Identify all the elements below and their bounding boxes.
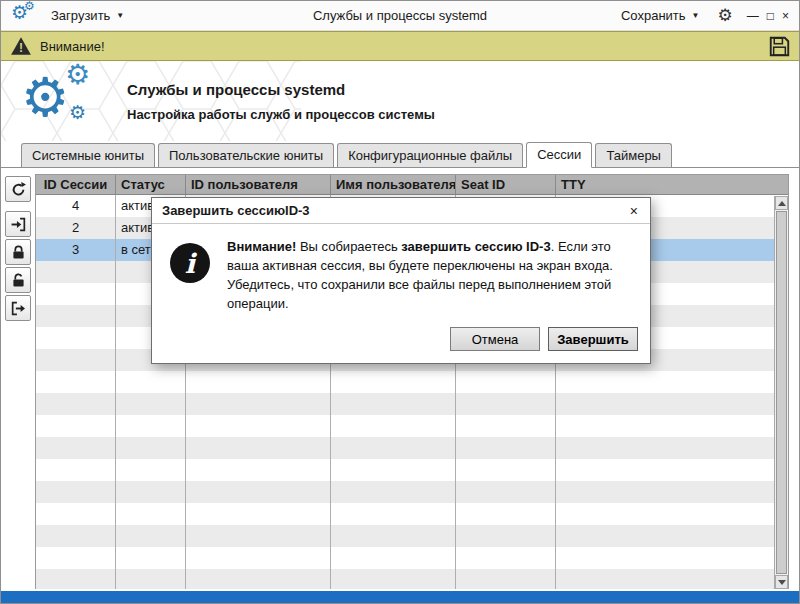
table-cell-tty bbox=[556, 415, 788, 437]
progress-bar bbox=[1, 589, 799, 603]
table-cell-seat_id bbox=[456, 481, 556, 503]
table-cell-tty bbox=[556, 525, 788, 547]
table-cell-status bbox=[116, 437, 186, 459]
dialog-titlebar: Завершить сессию ID-3 × bbox=[152, 198, 650, 224]
column-header-seat-id[interactable]: Seat ID bbox=[456, 175, 556, 194]
tab-config-files[interactable]: Конфигурационные файлы bbox=[337, 143, 523, 167]
scroll-up-button[interactable] bbox=[775, 196, 788, 210]
login-session-button[interactable] bbox=[5, 211, 31, 237]
table-cell-session_id bbox=[36, 393, 116, 415]
table-cell-user_id bbox=[186, 525, 331, 547]
table-cell-status bbox=[116, 415, 186, 437]
settings-gear-icon[interactable]: ⚙ bbox=[717, 7, 732, 24]
table-cell-seat_id bbox=[456, 525, 556, 547]
table-cell-user_name bbox=[331, 547, 456, 569]
table-cell-user_name bbox=[331, 459, 456, 481]
tab-timers[interactable]: Таймеры bbox=[595, 143, 672, 167]
close-button[interactable]: × bbox=[782, 10, 789, 22]
table-cell-seat_id bbox=[456, 371, 556, 393]
table-cell-tty bbox=[556, 481, 788, 503]
app-window: Службы и процессы systemd ⚙ ⚙ Загрузить … bbox=[0, 0, 800, 604]
scroll-down-button[interactable] bbox=[775, 575, 788, 589]
table-row[interactable] bbox=[36, 503, 788, 525]
table-cell-user_name bbox=[331, 525, 456, 547]
table-row[interactable] bbox=[36, 547, 788, 569]
save-file-icon[interactable] bbox=[769, 36, 790, 57]
tab-bar: Системные юниты Пользовательские юниты К… bbox=[1, 141, 799, 168]
table-cell-session_id bbox=[36, 349, 116, 371]
column-header-session-id[interactable]: ID Сессии bbox=[36, 175, 116, 194]
scrollbar-thumb[interactable] bbox=[776, 211, 787, 574]
column-header-user-id[interactable]: ID пользователя bbox=[186, 175, 331, 194]
load-button-label: Загрузить bbox=[51, 8, 110, 23]
column-header-tty[interactable]: TTY bbox=[556, 175, 788, 194]
table-cell-status bbox=[116, 393, 186, 415]
confirm-terminate-button[interactable]: Завершить bbox=[548, 327, 638, 351]
warning-bar: ! Внимание! bbox=[1, 31, 799, 61]
table-cell-user_id bbox=[186, 547, 331, 569]
column-header-user-name[interactable]: Имя пользователя bbox=[331, 175, 456, 194]
table-cell-status bbox=[116, 481, 186, 503]
table-cell-session_id bbox=[36, 459, 116, 481]
table-row[interactable] bbox=[36, 525, 788, 547]
tab-user-units[interactable]: Пользовательские юниты bbox=[158, 143, 334, 167]
table-cell-status bbox=[116, 459, 186, 481]
unlock-session-button[interactable] bbox=[5, 267, 31, 293]
minimize-button[interactable]: — bbox=[747, 10, 759, 22]
info-icon: i bbox=[170, 243, 210, 283]
message-part1: Вы собираетесь bbox=[296, 239, 401, 254]
table-cell-seat_id bbox=[456, 503, 556, 525]
table-cell-seat_id bbox=[456, 437, 556, 459]
header-logo-gears-icon: ⚙ ⚙ ⚙ bbox=[21, 69, 97, 133]
table-cell-seat_id bbox=[456, 547, 556, 569]
table-cell-session_id bbox=[36, 415, 116, 437]
table-cell-user_name bbox=[331, 569, 456, 589]
table-row[interactable] bbox=[36, 393, 788, 415]
chevron-down-icon: ▼ bbox=[692, 11, 700, 20]
tab-sessions[interactable]: Сессии bbox=[526, 142, 592, 168]
table-row[interactable] bbox=[36, 437, 788, 459]
vertical-scrollbar[interactable] bbox=[774, 196, 788, 589]
lock-session-button[interactable] bbox=[5, 239, 31, 265]
table-cell-session_id: 2 bbox=[36, 217, 116, 239]
terminate-session-button[interactable] bbox=[5, 295, 31, 321]
table-cell-user_id bbox=[186, 459, 331, 481]
titlebar: Службы и процессы systemd ⚙ ⚙ Загрузить … bbox=[1, 1, 799, 31]
save-dropdown-button[interactable]: Сохранить ▼ bbox=[617, 5, 704, 26]
table-cell-status bbox=[116, 547, 186, 569]
table-cell-user_id bbox=[186, 437, 331, 459]
table-row[interactable] bbox=[36, 481, 788, 503]
table-row[interactable] bbox=[36, 371, 788, 393]
table-cell-user_name bbox=[331, 415, 456, 437]
save-button-label: Сохранить bbox=[621, 8, 686, 23]
table-row[interactable] bbox=[36, 415, 788, 437]
table-cell-tty bbox=[556, 569, 788, 589]
table-row[interactable] bbox=[36, 459, 788, 481]
table-row[interactable] bbox=[36, 569, 788, 589]
table-cell-user_id bbox=[186, 569, 331, 589]
cancel-button[interactable]: Отмена bbox=[450, 327, 540, 351]
login-arrow-icon bbox=[10, 216, 27, 233]
table-cell-user_id bbox=[186, 481, 331, 503]
app-header: ⚙ ⚙ ⚙ Службы и процессы systemd Настройк… bbox=[1, 61, 799, 141]
table-cell-tty bbox=[556, 503, 788, 525]
maximize-button[interactable]: □ bbox=[767, 10, 774, 22]
svg-text:!: ! bbox=[19, 41, 23, 55]
message-bold-action: завершить сессию ID-3 bbox=[401, 239, 550, 254]
dialog-title-session-id: ID-3 bbox=[285, 203, 310, 218]
arrow-up-icon bbox=[778, 201, 786, 206]
tab-system-units[interactable]: Системные юниты bbox=[21, 143, 155, 167]
table-cell-tty bbox=[556, 437, 788, 459]
refresh-icon bbox=[10, 181, 27, 198]
dialog-close-icon[interactable]: × bbox=[628, 203, 640, 219]
chevron-down-icon: ▼ bbox=[116, 11, 124, 20]
table-cell-tty bbox=[556, 393, 788, 415]
table-cell-user_id bbox=[186, 371, 331, 393]
table-cell-status bbox=[116, 569, 186, 589]
dialog-body: i Внимание! Вы собираетесь завершить сес… bbox=[152, 224, 650, 319]
table-cell-seat_id bbox=[456, 459, 556, 481]
load-dropdown-button[interactable]: Загрузить ▼ bbox=[47, 5, 128, 26]
refresh-button[interactable] bbox=[5, 176, 31, 202]
unlock-icon bbox=[10, 272, 27, 289]
column-header-status[interactable]: Статус bbox=[116, 175, 186, 194]
